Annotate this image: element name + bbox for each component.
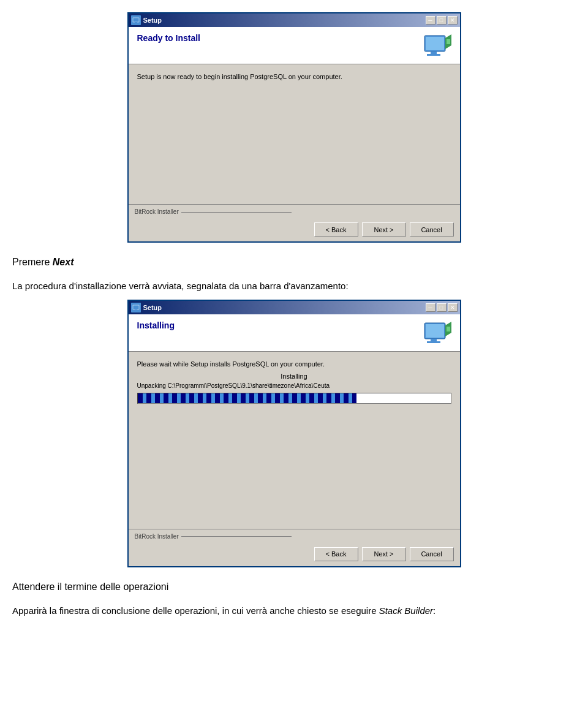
maximize-button[interactable]: □ xyxy=(437,16,447,25)
installing-dialog: Setup ─ □ ✕ Installing xyxy=(12,300,576,567)
svg-rect-14 xyxy=(431,339,437,341)
installing-cancel-button[interactable]: Cancel xyxy=(410,547,454,561)
installing-dialog-window: Setup ─ □ ✕ Installing xyxy=(127,300,461,567)
premere-paragraph: Premere Next xyxy=(12,255,576,270)
installing-dialog-header: Installing xyxy=(129,314,460,352)
installing-maximize-button[interactable]: □ xyxy=(437,303,447,312)
next-button[interactable]: Next > xyxy=(362,222,406,237)
para3-end: : xyxy=(433,605,435,616)
header-text-area: Ready to Install xyxy=(137,33,200,44)
svg-rect-17 xyxy=(447,327,450,331)
svg-rect-6 xyxy=(427,54,440,56)
installing-dialog-body: Please wait while Setup installs Postgre… xyxy=(129,352,460,529)
installing-path-text: Unpacking C:\Programmi\PostgreSQL\9.1\sh… xyxy=(137,382,451,389)
dialog-body: Setup is now ready to begin installing P… xyxy=(129,64,460,204)
installing-header-icon xyxy=(422,320,451,345)
installing-header-text: Installing xyxy=(137,320,175,331)
para3-text: Apparirà la finestra di conclusione dell… xyxy=(12,605,379,616)
dialog-header: Ready to Install xyxy=(129,27,460,64)
next-label: Next xyxy=(53,257,74,267)
titlebar-left: Setup xyxy=(131,15,162,25)
progress-bar-container xyxy=(137,393,451,404)
svg-rect-13 xyxy=(426,324,444,338)
svg-rect-15 xyxy=(427,341,440,343)
para1: La procedura d'installazione verrà avvia… xyxy=(12,279,576,294)
header-title: Ready to Install xyxy=(137,33,200,43)
dialog-window: Setup ─ □ ✕ Ready to Install xyxy=(127,12,461,243)
installing-header-title: Installing xyxy=(137,320,175,330)
header-icon xyxy=(422,33,451,58)
close-button[interactable]: ✕ xyxy=(448,16,458,25)
svg-rect-2 xyxy=(134,23,138,24)
minimize-button[interactable]: ─ xyxy=(426,16,435,25)
installing-titlebar-controls: ─ □ ✕ xyxy=(426,303,458,312)
dialog-buttons: < Back Next > Cancel xyxy=(129,219,460,241)
svg-rect-11 xyxy=(134,311,138,311)
premere-label: Premere xyxy=(12,257,53,267)
svg-rect-1 xyxy=(135,22,137,23)
dialog-titlebar: Setup ─ □ ✕ xyxy=(129,13,460,27)
installing-body-empty xyxy=(137,410,451,520)
bitrock-label: BitRock Installer xyxy=(135,208,454,215)
body-content: Setup is now ready to begin installing P… xyxy=(137,73,451,195)
svg-rect-0 xyxy=(133,18,139,22)
svg-rect-10 xyxy=(135,309,137,311)
para3: Apparirà la finestra di conclusione dell… xyxy=(12,604,576,618)
svg-rect-5 xyxy=(431,51,437,54)
installing-titlebar-left: Setup xyxy=(131,303,162,312)
body-text: Setup is now ready to begin installing P… xyxy=(137,73,451,80)
titlebar-controls: ─ □ ✕ xyxy=(426,16,458,25)
back-button[interactable]: < Back xyxy=(314,222,358,237)
para2: Attendere il termine delle operazioni xyxy=(12,580,576,594)
installing-dialog-footer: BitRock Installer xyxy=(129,529,460,543)
installing-minimize-button[interactable]: ─ xyxy=(426,303,435,312)
installing-back-button[interactable]: < Back xyxy=(314,547,358,561)
installing-dialog-buttons: < Back Next > Cancel xyxy=(129,543,460,566)
setup-icon xyxy=(131,15,141,25)
setup-icon2 xyxy=(131,303,141,312)
installing-titlebar: Setup ─ □ ✕ xyxy=(129,301,460,314)
progress-bar-fill xyxy=(138,393,357,403)
ready-to-install-dialog: Setup ─ □ ✕ Ready to Install xyxy=(12,12,576,243)
installing-close-button[interactable]: ✕ xyxy=(448,303,458,312)
svg-rect-8 xyxy=(447,39,450,44)
svg-rect-4 xyxy=(426,37,444,50)
installing-next-button[interactable]: Next > xyxy=(362,547,406,561)
installing-status-text: Installing xyxy=(137,373,451,380)
stack-builder-label: Stack Builder xyxy=(379,605,433,616)
installing-bitrock-label: BitRock Installer xyxy=(135,533,454,540)
svg-rect-9 xyxy=(133,305,139,309)
dialog-title: Setup xyxy=(143,17,162,24)
installing-body-text: Please wait while Setup installs Postgre… xyxy=(137,360,451,368)
dialog-footer: BitRock Installer xyxy=(129,204,460,219)
cancel-button[interactable]: Cancel xyxy=(410,222,454,237)
installing-dialog-title: Setup xyxy=(143,304,162,311)
